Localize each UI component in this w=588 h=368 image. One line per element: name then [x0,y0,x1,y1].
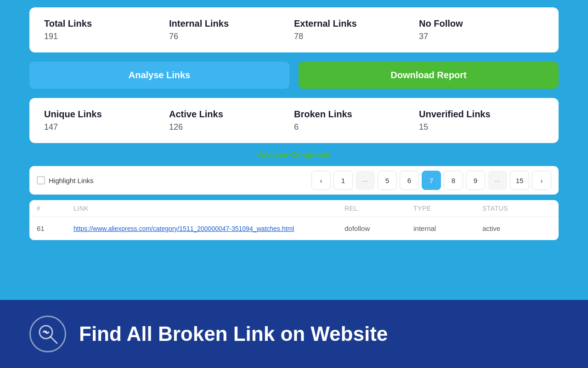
pagination-page-15[interactable]: 15 [510,171,529,190]
pagination-next[interactable]: › [532,171,551,190]
unique-links-label: Unique Links [44,109,169,120]
no-follow-stat: No Follow 37 [419,18,544,41]
pagination-page-6[interactable]: 6 [400,171,419,190]
unique-links-stat: Unique Links 147 [44,109,169,132]
table-header: # Link Rel Type Status [29,200,559,217]
unverified-links-stat: Unverified Links 15 [419,109,544,132]
svg-point-2 [45,331,47,334]
unique-links-value: 147 [44,122,169,132]
broken-links-stat: Broken Links 6 [294,109,419,132]
pagination-dots-1: ··· [356,171,375,190]
row-num: 61 [37,224,74,232]
row-rel: dofollow [345,224,413,232]
row-type: internal [413,224,482,232]
active-links-value: 126 [169,122,294,132]
col-header-type: Type [413,205,482,212]
col-header-rel: Rel [345,205,413,212]
download-report-button[interactable]: Download Report [299,62,559,89]
pagination: ‹ 1 ··· 5 6 7 8 9 ··· 15 › [311,171,551,190]
stats-card-2: Unique Links 147 Active Links 126 Broken… [29,98,559,143]
pagination-prev[interactable]: ‹ [311,171,331,190]
internal-links-stat: Internal Links 76 [169,18,294,41]
external-links-stat: External Links 78 [294,18,419,41]
active-links-label: Active Links [169,109,294,120]
total-links-stat: Total Links 191 [44,18,169,41]
no-follow-label: No Follow [419,18,544,29]
banner-text: Find All Broken Link on Website [79,322,388,345]
analyse-links-button[interactable]: Analyse Links [29,62,289,89]
row-status: active [482,224,551,232]
stats-card-1: Total Links 191 Internal Links 76 Extern… [29,7,559,52]
pagination-page-7[interactable]: 7 [422,171,441,190]
external-links-label: External Links [294,18,419,29]
banner-icon [29,316,66,352]
controls-row: Highlight Links ‹ 1 ··· 5 6 7 8 9 ··· 15… [29,166,559,195]
pagination-page-1[interactable]: 1 [334,171,353,190]
unverified-links-value: 15 [419,122,544,132]
broken-links-value: 6 [294,122,419,132]
svg-line-1 [51,337,57,343]
col-header-status: Status [482,205,551,212]
buttons-row: Analyse Links Download Report [29,62,559,89]
col-header-link: Link [74,205,345,212]
external-links-value: 78 [294,32,419,41]
bottom-banner: Find All Broken Link on Website [0,300,588,368]
table-row: 61 https://www.aliexpress.com/category/1… [29,217,559,240]
internal-links-label: Internal Links [169,18,294,29]
pagination-page-9[interactable]: 9 [466,171,485,190]
broken-links-label: Broken Links [294,109,419,120]
row-link[interactable]: https://www.aliexpress.com/category/1511… [74,225,345,232]
analyse-completed-text: Analyse Completed [29,150,559,160]
unverified-links-label: Unverified Links [419,109,544,120]
links-table: # Link Rel Type Status 61 https://www.al… [29,200,559,240]
total-links-value: 191 [44,32,169,41]
col-header-num: # [37,205,74,212]
highlight-links-checkbox[interactable] [37,176,45,184]
pagination-dots-2: ··· [488,171,507,190]
pagination-page-5[interactable]: 5 [378,171,397,190]
highlight-links-label: Highlight Links [49,177,94,184]
active-links-stat: Active Links 126 [169,109,294,132]
no-follow-value: 37 [419,32,544,41]
pagination-page-8[interactable]: 8 [444,171,463,190]
internal-links-value: 76 [169,32,294,41]
total-links-label: Total Links [44,18,169,29]
